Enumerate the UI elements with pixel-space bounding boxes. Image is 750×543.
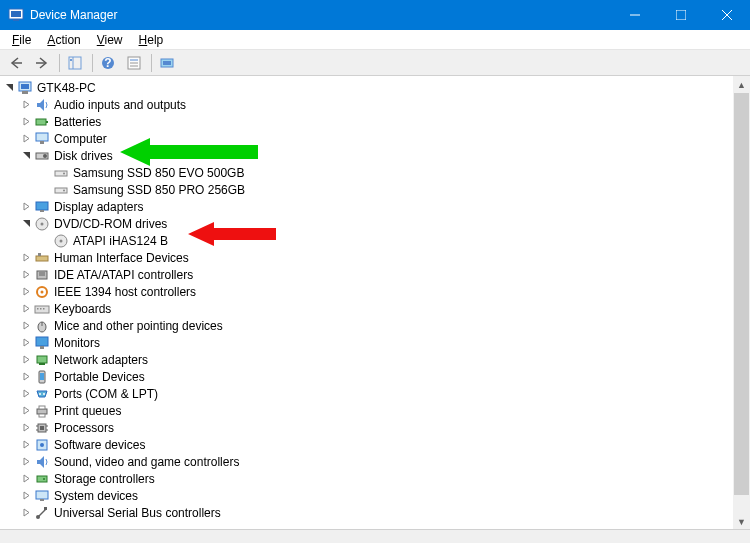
tree-root[interactable]: GTK48-PC bbox=[2, 79, 750, 96]
expand-icon[interactable] bbox=[19, 386, 34, 401]
expand-icon[interactable] bbox=[19, 301, 34, 316]
tree-label: Storage controllers bbox=[54, 472, 155, 486]
svg-rect-47 bbox=[37, 308, 39, 310]
tree-label: Computer bbox=[54, 132, 107, 146]
minimize-button[interactable] bbox=[612, 0, 658, 30]
expand-icon[interactable] bbox=[19, 199, 34, 214]
system-icon bbox=[34, 488, 50, 504]
tree-item-diskdrives[interactable]: Disk drives bbox=[2, 147, 750, 164]
tree-item-ssd2[interactable]: Samsung SSD 850 PRO 256GB bbox=[2, 181, 750, 198]
svg-rect-9 bbox=[69, 57, 81, 69]
scroll-down-arrow[interactable]: ▼ bbox=[733, 513, 750, 530]
svg-point-72 bbox=[43, 478, 45, 480]
svg-rect-71 bbox=[37, 476, 47, 482]
expand-icon[interactable] bbox=[19, 335, 34, 350]
scrollbar-thumb[interactable] bbox=[734, 93, 749, 495]
expand-icon[interactable] bbox=[19, 403, 34, 418]
scroll-up-arrow[interactable]: ▲ bbox=[733, 76, 750, 93]
back-button[interactable] bbox=[4, 51, 28, 75]
expand-icon[interactable] bbox=[19, 97, 34, 112]
tree-item-printq[interactable]: Print queues bbox=[2, 402, 750, 419]
tree-item-atapi[interactable]: ATAPI iHAS124 B bbox=[2, 232, 750, 249]
expand-icon[interactable] bbox=[19, 369, 34, 384]
maximize-button[interactable] bbox=[658, 0, 704, 30]
tree-item-audio[interactable]: Audio inputs and outputs bbox=[2, 96, 750, 113]
show-hide-tree-button[interactable] bbox=[63, 51, 87, 75]
svg-rect-64 bbox=[40, 426, 44, 430]
tree-item-computer[interactable]: Computer bbox=[2, 130, 750, 147]
tree-item-portable[interactable]: Portable Devices bbox=[2, 368, 750, 385]
expand-icon[interactable] bbox=[19, 318, 34, 333]
tree-item-ieee[interactable]: IEEE 1394 host controllers bbox=[2, 283, 750, 300]
tree-item-hid[interactable]: Human Interface Devices bbox=[2, 249, 750, 266]
tree-label: Human Interface Devices bbox=[54, 251, 189, 265]
svg-rect-60 bbox=[37, 409, 47, 414]
expand-icon[interactable] bbox=[19, 131, 34, 146]
expand-icon[interactable] bbox=[19, 505, 34, 520]
app-icon bbox=[8, 7, 24, 23]
tree-label: Processors bbox=[54, 421, 114, 435]
portable-icon bbox=[34, 369, 50, 385]
tree-item-sound[interactable]: Sound, video and game controllers bbox=[2, 453, 750, 470]
menu-help[interactable]: Help bbox=[131, 31, 172, 49]
cdrom-icon bbox=[34, 216, 50, 232]
tree-item-batteries[interactable]: Batteries bbox=[2, 113, 750, 130]
expand-icon[interactable] bbox=[19, 114, 34, 129]
svg-rect-25 bbox=[36, 133, 48, 141]
tree-item-usb[interactable]: Universal Serial Bus controllers bbox=[2, 504, 750, 521]
menu-file[interactable]: File bbox=[4, 31, 39, 49]
expand-icon[interactable] bbox=[19, 454, 34, 469]
tree-item-mice[interactable]: Mice and other pointing devices bbox=[2, 317, 750, 334]
toolbar-separator bbox=[151, 54, 152, 72]
tree-item-network[interactable]: Network adapters bbox=[2, 351, 750, 368]
tree-item-dvd[interactable]: DVD/CD-ROM drives bbox=[2, 215, 750, 232]
tree-item-keyboards[interactable]: Keyboards bbox=[2, 300, 750, 317]
expand-icon[interactable] bbox=[19, 250, 34, 265]
device-tree[interactable]: GTK48-PC Audio inputs and outputs Batter… bbox=[0, 76, 750, 530]
collapse-icon[interactable] bbox=[2, 80, 17, 95]
expand-icon[interactable] bbox=[19, 471, 34, 486]
tree-label: Portable Devices bbox=[54, 370, 145, 384]
network-icon bbox=[34, 352, 50, 368]
svg-rect-61 bbox=[39, 406, 45, 409]
menu-bar: File Action View Help bbox=[0, 30, 750, 50]
tree-item-system[interactable]: System devices bbox=[2, 487, 750, 504]
expand-icon[interactable] bbox=[19, 420, 34, 435]
usb-icon bbox=[34, 505, 50, 521]
tree-item-display[interactable]: Display adapters bbox=[2, 198, 750, 215]
tree-label: GTK48-PC bbox=[37, 81, 96, 95]
tree-item-software[interactable]: Software devices bbox=[2, 436, 750, 453]
collapse-icon[interactable] bbox=[19, 148, 34, 163]
collapse-icon[interactable] bbox=[19, 216, 34, 231]
expand-icon[interactable] bbox=[19, 284, 34, 299]
properties-button[interactable] bbox=[122, 51, 146, 75]
expand-icon[interactable] bbox=[19, 267, 34, 282]
vertical-scrollbar[interactable]: ▲ ▼ bbox=[733, 76, 750, 530]
battery-icon bbox=[34, 114, 50, 130]
menu-action[interactable]: Action bbox=[39, 31, 88, 49]
menu-view[interactable]: View bbox=[89, 31, 131, 49]
close-button[interactable] bbox=[704, 0, 750, 30]
svg-rect-4 bbox=[676, 10, 686, 20]
tree-item-processors[interactable]: Processors bbox=[2, 419, 750, 436]
tree-item-ssd1[interactable]: Samsung SSD 850 EVO 500GB bbox=[2, 164, 750, 181]
help-button[interactable]: ? bbox=[96, 51, 120, 75]
drive-icon bbox=[53, 165, 69, 181]
tree-label: Software devices bbox=[54, 438, 145, 452]
svg-rect-31 bbox=[55, 188, 67, 193]
tree-item-monitors[interactable]: Monitors bbox=[2, 334, 750, 351]
scan-hardware-button[interactable] bbox=[155, 51, 179, 75]
tree-item-ide[interactable]: IDE ATA/ATAPI controllers bbox=[2, 266, 750, 283]
svg-line-76 bbox=[38, 509, 46, 517]
disk-icon bbox=[34, 148, 50, 164]
forward-button[interactable] bbox=[30, 51, 54, 75]
expand-icon[interactable] bbox=[19, 488, 34, 503]
tree-item-ports[interactable]: Ports (COM & LPT) bbox=[2, 385, 750, 402]
tree-item-storage[interactable]: Storage controllers bbox=[2, 470, 750, 487]
svg-point-70 bbox=[40, 443, 44, 447]
expand-icon[interactable] bbox=[19, 437, 34, 452]
window-title: Device Manager bbox=[30, 8, 612, 22]
expand-icon[interactable] bbox=[19, 352, 34, 367]
svg-rect-26 bbox=[40, 141, 44, 144]
tree-label: Audio inputs and outputs bbox=[54, 98, 186, 112]
